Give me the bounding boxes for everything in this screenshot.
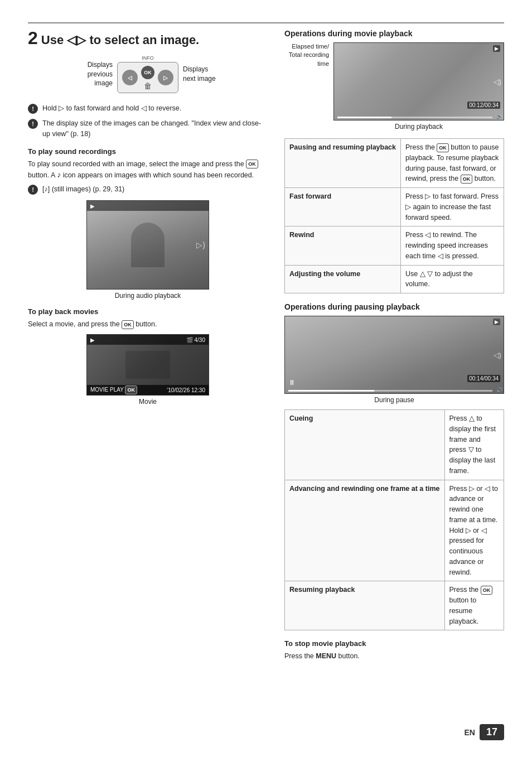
table-term-volume: Adjusting the volume: [285, 265, 401, 293]
nav-left-line2: previous: [88, 70, 113, 78]
movie-content-placeholder: [125, 351, 170, 379]
table-term-advancing: Advancing and rewinding one frame at a t…: [285, 480, 445, 581]
bullet-item-1: ! Hold ▷ to fast forward and hold ◁ to r…: [28, 103, 268, 114]
pause-progress-container: [288, 390, 492, 392]
table-term-cueing: Cueing: [285, 410, 445, 480]
table-def-pausing: Press the OK button to pause playback. T…: [401, 139, 504, 188]
audio-top-play-icon: ▶: [90, 203, 95, 209]
step-heading: 2 Use ◁▷ to select an image.: [28, 29, 268, 47]
stop-body2: button.: [338, 652, 360, 660]
table-term-resuming: Resuming playback: [285, 581, 445, 630]
page-number: 17: [480, 724, 504, 740]
nav-button-container: INFO ◁ OK 🗑 ▷: [117, 55, 178, 93]
movie-bottom-right: '10/02/26 12:30: [167, 387, 205, 393]
stop-heading: To stop movie playback: [284, 639, 504, 648]
trash-icon[interactable]: 🗑: [144, 81, 152, 90]
table-def-resuming: Press the OK button to resume playback.: [444, 581, 504, 630]
info-label: INFO: [142, 55, 154, 61]
movie-top-right-info: 🎬 4/30: [186, 337, 205, 343]
bullet-item-2: ! The display size of the images can be …: [28, 118, 268, 139]
two-col-layout: 2 Use ◁▷ to select an image. Displays pr…: [28, 29, 504, 665]
ok-inline-resume2: OK: [481, 586, 493, 595]
sound-body2: icon appears on images with which sound …: [63, 171, 254, 179]
bullet-icon-2: !: [28, 119, 38, 129]
table-term-pausing: Pausing and resuming playback: [285, 139, 401, 188]
audio-caption: During audio playback: [28, 292, 268, 300]
stop-body: Press the: [284, 652, 314, 660]
nav-center-group: OK 🗑: [141, 65, 154, 90]
right-movie-timecode: 00:12/00:34: [467, 102, 500, 109]
pause-track: [288, 390, 492, 392]
movie-ops-table: Pausing and resuming playback Press the …: [284, 138, 504, 293]
page-footer: EN 17: [465, 724, 504, 740]
right-movie-top-bar: ▶: [493, 45, 500, 52]
nav-btn-ok[interactable]: OK: [141, 66, 154, 79]
nav-left-line3: image: [94, 79, 113, 87]
table-def-cueing: Press △ to display the first frame and p…: [444, 410, 504, 480]
person-silhouette: [131, 223, 165, 267]
movie-section-heading: To play back movies: [28, 307, 268, 316]
pause-icon: ⏸: [288, 378, 296, 387]
step-number: 2: [28, 29, 38, 47]
movie-bodyb: button.: [136, 320, 157, 328]
sound-section-heading: To play sound recordings: [28, 147, 268, 156]
elapsed-line1: Elapsed time/: [292, 43, 329, 50]
during-playback-caption: During playback: [333, 123, 504, 131]
right-movie-image: ▶ ◁) 00:12/00:34 🔊: [333, 42, 504, 120]
left-column: 2 Use ◁▷ to select an image. Displays pr…: [28, 29, 268, 665]
pause-fill: [288, 390, 374, 392]
table-row: Pausing and resuming playback Press the …: [285, 139, 504, 188]
table-row: Resuming playback Press the OK button to…: [285, 581, 504, 630]
during-pause-caption: During pause: [284, 396, 504, 404]
ok-button-inline-2: OK: [122, 320, 134, 329]
bullet-icon-1: !: [28, 104, 38, 114]
movie-top-bar: ▶ 🎬 4/30: [87, 335, 209, 345]
nav-label-right: Displays next image: [183, 65, 228, 84]
table-row: Cueing Press △ to display the first fram…: [285, 410, 504, 480]
table-row: Advancing and rewinding one frame at a t…: [285, 480, 504, 581]
movie-caption: Movie: [28, 398, 268, 406]
movie-playback-image: ▶ 🎬 4/30 MOVIE PLAY OK '10/02/26 12:30: [86, 334, 209, 396]
bullet-icon-sound: !: [28, 185, 38, 195]
nav-label-left: Displays previous image: [68, 60, 113, 88]
ops-movie-heading: Operations during movie playback: [284, 29, 504, 38]
stop-body-text: Press the MENU button.: [284, 651, 504, 662]
step-title: Use ◁▷ to select an image.: [41, 33, 199, 47]
elapsed-line3: time: [317, 60, 329, 67]
table-def-advancing: Press ▷ or ◁ to advance or rewind one fr…: [444, 480, 504, 581]
movie-playback-row: Elapsed time/ Total recording time ▶ ◁) …: [284, 42, 504, 136]
right-column: Operations during movie playback Elapsed…: [284, 29, 504, 665]
table-term-rewind: Rewind: [285, 226, 401, 265]
ok-button-inline-1: OK: [246, 160, 258, 168]
bullet-text-1: Hold ▷ to fast forward and hold ◁ to rev…: [42, 103, 181, 114]
bullet-sound-still: ! [♪] (still images) (p. 29, 31): [28, 184, 268, 195]
movie-body-text: Select a movie, and press the OK button.: [28, 319, 268, 330]
sound-body1b: button. A: [28, 171, 55, 179]
pause-right-icon: ◁): [494, 351, 501, 359]
nav-btn-left[interactable]: ◁: [122, 70, 138, 85]
elapsed-label: Elapsed time/ Total recording time: [284, 42, 329, 68]
movie-body: Select a movie, and press the: [28, 320, 120, 328]
table-term-ff: Fast forward: [285, 188, 401, 226]
table-row: Rewind Press ◁ to rewind. The rewinding …: [285, 226, 504, 265]
pause-top-bar: ▶: [493, 319, 500, 325]
audio-playback-image: ▶ ▷): [86, 200, 209, 290]
movie-bottom-bar: MOVIE PLAY OK '10/02/26 12:30: [87, 385, 209, 395]
nav-left-line1: Displays: [88, 61, 113, 69]
progress-track: [337, 117, 492, 118]
bullet-text-sound: [♪] (still images) (p. 29, 31): [42, 184, 124, 195]
nav-btn-right[interactable]: ▷: [158, 70, 173, 85]
movie-bottom-left: MOVIE PLAY OK: [90, 385, 137, 394]
table-def-volume: Use △ ▽ to adjust the volume.: [401, 265, 504, 293]
sound-body1: To play sound recorded with an image, se…: [28, 160, 244, 168]
elapsed-line2: Total recording: [289, 51, 329, 58]
audio-bg: [87, 201, 209, 289]
nav-right-line1: Displays: [183, 65, 208, 73]
table-def-ff: Press ▷ to fast forward. Press ▷ again t…: [401, 188, 504, 226]
pause-image: ▶ ◁) 00:14/00:34 ⏸ 🔊: [284, 316, 504, 394]
right-movie-container: ▶ ◁) 00:12/00:34 🔊 During pl: [333, 42, 504, 136]
table-row: Adjusting the volume Use △ ▽ to adjust t…: [285, 265, 504, 293]
sound-body-text: To play sound recorded with an image, se…: [28, 159, 268, 181]
nav-right-line2: next image: [183, 75, 216, 83]
top-rule: [28, 22, 504, 23]
